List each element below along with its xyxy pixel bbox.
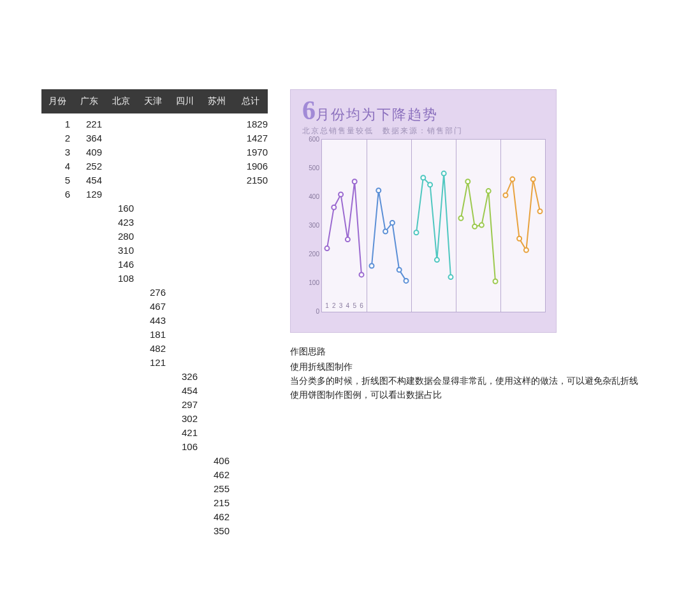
cell: 6 [41,187,70,201]
chart-subtitle: 北京总销售量较低 数据来源：销售部门 [291,126,556,139]
cell: 454 [169,384,198,398]
data-point [404,279,409,283]
data-point [510,177,514,182]
series-四川 [459,179,498,284]
chart-title: 6月份均为下降趋势 [291,90,556,126]
cell: 146 [105,258,134,272]
cell: 106 [169,440,198,454]
x-tick: 5 [351,302,358,309]
cell: 252 [73,159,102,173]
col-header-sc: 四川 [169,96,201,107]
notes-line: 当分类多的时候，折线图不构建数据会显得非常乱，使用这样的做法，可以避免杂乱折线 [290,374,673,388]
data-point [397,268,402,272]
cell: 423 [105,215,134,230]
cell: 454 [73,173,102,187]
cell: 280 [105,230,134,244]
data-point [531,177,536,182]
data-point [353,179,357,184]
data-point [376,188,381,193]
data-point [383,230,388,234]
y-tick: 200 [304,251,319,258]
y-tick: 100 [304,279,319,286]
panel-divider [411,140,412,312]
col-header-month: 月份 [41,96,73,107]
cell: 467 [137,300,166,314]
cell: 3 [41,145,70,159]
data-point [459,216,463,221]
cell: 482 [137,342,166,356]
series-苏州 [504,177,543,252]
cell: 181 [137,328,166,342]
cell: 1970 [233,145,268,159]
cell: 462 [201,510,230,524]
data-point [517,237,521,241]
chart-title-prefix: 6 [302,96,316,125]
cell: 121 [137,356,166,370]
data-point [538,209,543,214]
y-tick: 400 [304,193,319,200]
chart-panel: 6月份均为下降趋势 北京总销售量较低 数据来源：销售部门 01002003004… [290,89,557,333]
panel-divider [456,140,456,312]
cell: 302 [169,412,198,426]
y-tick: 0 [304,308,319,315]
data-point [449,275,453,279]
data-point [428,182,432,187]
notes-heading: 作图思路 [290,344,673,358]
cell: 5 [41,173,70,187]
cell: 1 [41,117,70,131]
x-tick: 1 [324,302,330,309]
cell: 364 [73,131,102,145]
data-point [486,189,491,193]
data-point [346,237,350,242]
cell: 406 [201,454,230,468]
col-header-gd: 广东 [73,96,105,107]
col-bj: 160 423 280 310 146 108 [105,201,134,286]
cell: 215 [201,496,230,510]
plot-area: 0100200300400500600123456 [321,139,546,312]
cell: 350 [201,524,230,538]
col-header-total: 总计 [233,96,268,107]
x-tick: 2 [331,302,337,309]
y-tick: 300 [304,222,319,229]
cell: 4 [41,159,70,173]
notes-line: 使用折线图制作 [290,360,673,374]
cell: 421 [169,426,198,440]
col-sz: 406 462 255 215 462 350 [201,454,230,538]
cell: 276 [137,286,166,300]
panel-divider [500,140,501,312]
x-tick: 6 [358,302,365,309]
cell: 2 [41,131,70,145]
cell: 160 [105,201,134,215]
cell: 108 [105,272,134,286]
cell: 1829 [233,117,268,131]
y-tick: 600 [304,136,319,143]
cell: 326 [169,370,198,384]
cell: 1906 [233,159,268,173]
data-point [339,193,343,197]
data-point [370,264,374,268]
cell: 129 [73,187,102,201]
notes-line: 使用饼图制作图例，可以看出数据占比 [290,388,673,402]
data-point [524,248,529,252]
data-point [504,193,508,198]
cell: 297 [169,398,198,412]
notes-block: 作图思路 使用折线图制作 当分类多的时候，折线图不构建数据会显得非常乱，使用这样… [290,344,673,402]
data-point [442,171,446,176]
data-point [465,179,470,184]
cell: 2150 [233,173,268,187]
data-point [472,224,477,229]
panel-divider [367,140,367,312]
col-header-bj: 北京 [105,96,137,107]
data-table: 月份 广东 北京 天津 四川 苏州 总计 1 2 3 4 5 6 221 364… [41,89,268,564]
data-point [390,221,395,225]
x-tick: 4 [344,302,351,309]
table-body: 1 2 3 4 5 6 221 364 409 252 454 129 160 … [41,113,268,564]
data-point [414,230,419,235]
chart-svg [322,140,545,312]
series-天津 [414,171,453,280]
col-gd: 221 364 409 252 454 129 [73,117,102,201]
cell: 221 [73,117,102,131]
col-tj: 276 467 443 181 482 121 [137,286,166,370]
cell: 255 [201,482,230,496]
data-point [360,272,364,277]
